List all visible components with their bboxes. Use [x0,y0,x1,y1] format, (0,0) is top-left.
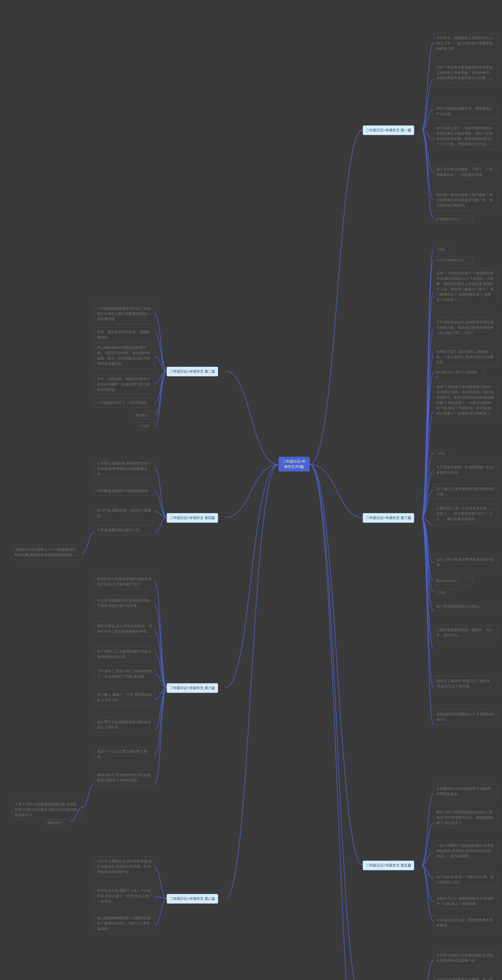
link-layer [0,0,502,980]
leaf[interactable]: 公园里有很多好玩的：碰碰车、过山车、旋转木马…… [433,625,497,640]
leaf[interactable]: 今天我们去奶奶家,奶奶家附近有片玉米地,爸爸带我去玉米地里掰玉米。 [94,459,155,479]
leaf[interactable]: 到了晚上,我做了一个梦,梦见我在彩虹上飞来飞去…… [94,690,155,705]
leaf[interactable]: 在春暖花开,鸟语花香的季节,妈妈开车带我去春游。 [433,784,497,799]
leaf[interactable]: 二年级 [433,450,451,457]
leaf[interactable]: 这节课我非常开心！ [433,216,473,223]
leaf[interactable]: 放学了,我依依不舍地回到家,写完作业,我和小朋友一起在外面玩。我们玩得很开心。突… [433,382,497,418]
leaf[interactable]: 真是一个让人又爱又烦的季节,秋天。 [94,747,155,762]
branch-8[interactable]: 二年级日记=年级作文 第八篇 [167,894,218,904]
branch-4[interactable]: 二年级日记=年级作文 第四篇 [167,513,218,523]
leaf[interactable]: 到了地点后,首先老师让我们玩穿衣接力赛。 [433,484,497,499]
leaf[interactable]: 四十五分钟过的很快，下课了，三块黑板都办好了，别说还真漂亮。 [433,165,497,180]
leaf[interactable]: 暑假真好。 [133,412,155,419]
leaf[interactable]: 早上起来我就听见外面淅淅沥沥的下着雨,我推开窗户往外看…… [94,596,155,611]
leaf[interactable]: 晚上爸爸妈妈都回来了,妈妈夸我真是个懂事的好孩子。我听了心里美滋滋的。 [94,913,155,934]
branch-1[interactable]: 二年级日记=年级作文 第一篇 [363,126,414,135]
leaf[interactable]: 我们第一组办的板报《保护森林》经过老师和同学投票被评为第一名，我们高兴地手舞足蹈… [433,190,497,210]
leaf[interactable]: 这个季节可真是说变就变,有时候还真让人摸不透。 [94,718,155,732]
leaf-side[interactable]: 当然这次活动,我有几个小小的遗憾,因为时间太紧,我还没有来的及和别的组的…… [12,545,82,560]
leaf[interactable]: 刚出门时,小雨绵绵,妈妈有点担心,我却说,雨中春游更有意思。妈妈被我说服了,我们… [433,808,497,828]
leaf[interactable]: 一路上我看到了绿油油的麦田,金黄色的油菜花,还有粉红色的桃花,白白的梨花……春天… [433,841,497,861]
leaf[interactable]: 到了目的地,那是一个很大的公园。我们进去玩了很久。 [433,872,497,887]
leaf[interactable]: 今天玩得太开心啦。我们明年春天再来春游。 [433,915,497,930]
leaf-side[interactable]: 下课了,同学们在楼道里嬉戏打闹,老师走过来,让我们轻声慢步,这样不会打扰别班的同… [12,800,82,820]
leaf[interactable]: 今天真是累并快乐着的一天。 [94,525,155,535]
leaf[interactable]: 终于开始上课了，老师笑眯眯地说今天我们要分小组办黑板，我们一听都高兴得欢呼起来。… [433,124,497,149]
leaf[interactable]: 今天早上，我照例背上书包开开心心地去上学，一路上就想着今天能安安静静地上课…… [433,33,497,54]
leaf[interactable]: 秋天的天气真是说变就变,你瞧,昨天还好好的,今天就开始下雨了。 [94,574,155,589]
leaf[interactable]: 傍晚妈妈开车带我回去了,今天我玩得很开心。 [433,710,497,724]
leaf[interactable]: 到了学校门口,好多同学都打着各式各样的雨伞在走着。 [94,647,155,662]
leaf[interactable]: 回到了座位我才发现老师的今天课桌上竟然有三块新黑板。我觉得奇怪，老师到底葫芦里卖… [433,63,497,83]
leaf[interactable]: 老师说下雨了,我们别担心,继续做题。一会儿雨停了,老师让我们出去看彩虹。 [433,347,497,367]
leaf[interactable]: 今天下午到学校去玩。 [433,257,473,264]
leaf[interactable]: 我喜欢秋天,因为秋天带给我们很多惊喜,还带来了丰收的喜悦。 [94,770,155,785]
leaf[interactable]: 回到家里,奶奶把玉米放到锅里煮。 [94,486,155,496]
leaf[interactable]: 二年级愉快的暑假生活开始了,此刻请允许我向大家汇报我暑假里的一天的事情吧。 [94,304,155,324]
leaf[interactable]: 到了周末妈妈带我去公园玩。 [433,602,497,611]
leaf[interactable]: 早晨，我总是会早早起床。周围静悄悄的。 [94,327,155,342]
branch-3[interactable]: 二年级日记=年级作文 第三篇 [363,513,414,523]
branch-6[interactable]: 二年级日记=年级作文 第六篇 [167,683,218,693]
leaf[interactable]: 我玩得非常开心。 [433,577,473,585]
leaf[interactable]: 一天就这样过去了，过的可真快。 [94,398,155,407]
branch-2[interactable]: 二年级日记=年级作文 第二篇 [167,367,218,376]
leaf[interactable]: 我吃过早饭,背上书包,打好雨伞。雨水打在伞上发出噼噼啪啪的声音。 [94,621,155,636]
leaf[interactable]: 妈妈说今天要带我去动物园。我一听高兴地从床上跳了起来。 [433,975,497,980]
leaf[interactable]: 今天早上妈妈七点钟就叫我起床,我说今天是周末可以多睡一会。 [433,951,497,966]
leaf[interactable]: 我有一个特别灵的鼻子,一闻就闻到不对劲,我问老师怎么了？老师说一点没事。我就坐到… [433,269,497,305]
leaf[interactable]: 太阳快下山了,我和妈妈依依不舍地离开了公园,踏上了回家的路。 [433,894,497,908]
branch-5[interactable]: 二年级日记=年级作文 第五篇 [363,861,414,870]
leaf[interactable]: 下午放学了,我走出校门,却发现雨停了。天边还挂起了彩虹,真美丽。 [94,667,155,681]
leaf[interactable]: 我们都出去了,看到了美丽的彩虹。 [433,369,484,381]
leaf[interactable]: 二年级 [433,589,451,597]
leaf[interactable]: 二年级 [137,422,155,430]
root-node[interactable]: 二年级日记=年级作文共9篇 [279,457,310,472]
leaf[interactable]: 还玩了跳大绳,接力赛等很多好玩的游戏。 [433,555,497,570]
leaf[interactable]: 今天早上我起床后,自己穿好衣服,自己洗脸刷牙,然后自己吃早饭。吃完早饭我就开始做… [94,856,155,877]
leaf[interactable]: 早上锻炼身体本来就是很好的习惯。当我写完作业时，便会跑到书架前，取出一本妈妈给我… [94,343,155,369]
leaf-side[interactable]: 嘻嘻,猜对了。 [45,819,70,827]
leaf[interactable]: 下午我到学校去玩,老师刚讲完课让我们做练习题。我快做完题,听到外面有人在大喊,下… [433,318,497,338]
leaf[interactable]: 二年级 [433,246,451,253]
leaf[interactable]: 我先玩了碰碰车,接着又玩了旋转木马,最后又去了游乐场。 [433,676,497,691]
leaf[interactable]: 中午吃过午饭,我睡了一觉。下午起床后,我自己看了一会书,然后又做了一会作业。 [94,886,155,906]
leaf[interactable]: 吃完中饭,我和表姐一起到院子里面玩。 [94,506,155,520]
mindmap-canvas: 二年级日记=年级作文共9篇 二年级日记=年级作文 第一篇 二年级日记=年级作文 … [0,0,502,980]
leaf[interactable]: 比赛开始了,第一个是爸爸穿衣服……再穿上……然后跑回来脱下给下一个人……我们组紧… [433,504,497,524]
leaf[interactable]: 同学们陆续来到课室后，都奇怪地小声议论着。 [433,104,497,119]
leaf[interactable]: 下午，太阳高照，我听到外面有小朋友的叫喊声，原来是楼下的小朋友在玩耍呢。 [94,374,155,395]
leaf[interactable]: 今天是放学的第一天,我和妈妈一起去参加亲子活动。 [433,463,497,477]
